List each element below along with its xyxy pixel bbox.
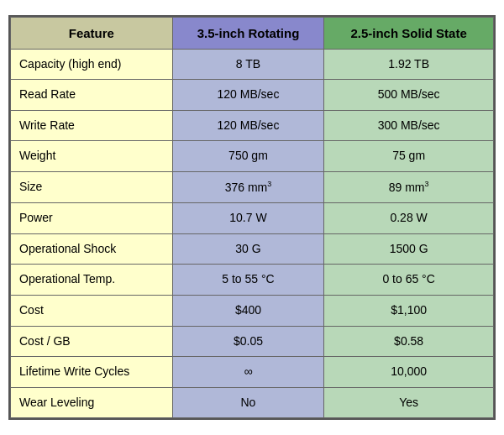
- table-row: Operational Shock30 G1500 G: [11, 233, 494, 265]
- table-row: Operational Temp.5 to 55 °C0 to 65 °C: [11, 265, 494, 296]
- table-row: Lifetime Write Cycles∞10,000: [11, 357, 494, 388]
- cell-ssd-8: $1,100: [324, 296, 494, 327]
- header-rotating: 3.5-inch Rotating: [172, 17, 324, 49]
- cell-feature-6: Operational Shock: [11, 233, 173, 265]
- cell-rotating-10: ∞: [172, 357, 324, 388]
- table-row: Write Rate120 MB/sec300 MB/sec: [11, 110, 494, 141]
- cell-rotating-5: 10.7 W: [172, 203, 324, 234]
- cell-feature-5: Power: [11, 203, 173, 234]
- table-row: Cost$400$1,100: [11, 296, 494, 327]
- table-row: Read Rate120 MB/sec500 MB/sec: [11, 80, 494, 111]
- cell-feature-9: Cost / GB: [11, 326, 173, 357]
- cell-rotating-8: $400: [172, 296, 324, 327]
- cell-ssd-9: $0.58: [324, 326, 494, 357]
- cell-feature-1: Read Rate: [11, 80, 173, 111]
- table-header-row: Feature 3.5-inch Rotating 2.5-inch Solid…: [11, 17, 494, 49]
- comparison-table: Feature 3.5-inch Rotating 2.5-inch Solid…: [8, 15, 496, 421]
- cell-feature-8: Cost: [11, 296, 173, 327]
- cell-feature-11: Wear Leveling: [11, 387, 173, 418]
- table-row: Capacity (high end)8 TB1.92 TB: [11, 49, 494, 80]
- cell-feature-4: Size: [11, 171, 173, 202]
- cell-ssd-7: 0 to 65 °C: [324, 265, 494, 296]
- cell-feature-3: Weight: [11, 141, 173, 172]
- cell-ssd-10: 10,000: [324, 357, 494, 388]
- cell-ssd-1: 500 MB/sec: [324, 80, 494, 111]
- cell-feature-10: Lifetime Write Cycles: [11, 357, 173, 388]
- cell-rotating-3: 750 gm: [172, 141, 324, 172]
- table-row: Cost / GB$0.05$0.58: [11, 326, 494, 357]
- cell-rotating-6: 30 G: [172, 233, 324, 265]
- cell-ssd-0: 1.92 TB: [324, 49, 494, 80]
- cell-rotating-1: 120 MB/sec: [172, 80, 324, 111]
- cell-ssd-3: 75 gm: [324, 141, 494, 172]
- cell-feature-2: Write Rate: [11, 110, 173, 141]
- cell-ssd-4: 89 mm3: [324, 171, 494, 202]
- cell-rotating-9: $0.05: [172, 326, 324, 357]
- cell-rotating-7: 5 to 55 °C: [172, 265, 324, 296]
- table-row: Weight750 gm75 gm: [11, 141, 494, 172]
- cell-ssd-6: 1500 G: [324, 233, 494, 265]
- header-feature: Feature: [11, 17, 173, 49]
- table-row: Wear LevelingNoYes: [11, 387, 494, 418]
- cell-ssd-2: 300 MB/sec: [324, 110, 494, 141]
- cell-ssd-11: Yes: [324, 387, 494, 418]
- table-row: Power10.7 W0.28 W: [11, 203, 494, 234]
- cell-rotating-11: No: [172, 387, 324, 418]
- cell-rotating-4: 376 mm3: [172, 171, 324, 202]
- cell-rotating-2: 120 MB/sec: [172, 110, 324, 141]
- table-row: Size376 mm389 mm3: [11, 171, 494, 202]
- cell-feature-0: Capacity (high end): [11, 49, 173, 80]
- cell-feature-7: Operational Temp.: [11, 265, 173, 296]
- cell-rotating-0: 8 TB: [172, 49, 324, 80]
- cell-ssd-5: 0.28 W: [324, 203, 494, 234]
- header-ssd: 2.5-inch Solid State: [324, 17, 494, 49]
